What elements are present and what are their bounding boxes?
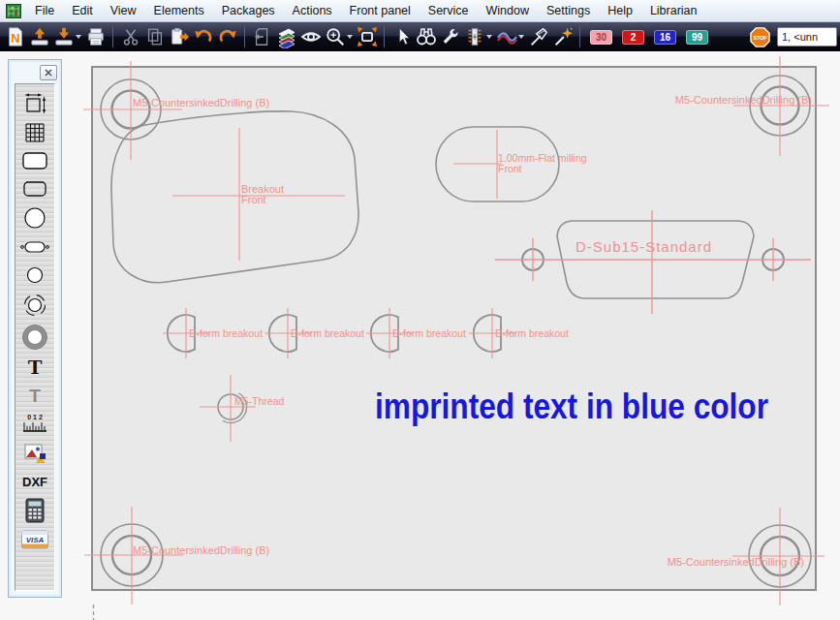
undo-button[interactable] [191, 24, 215, 49]
layers-button[interactable] [274, 24, 298, 49]
cut-button[interactable] [118, 24, 142, 49]
tool-countersink-drill[interactable] [18, 292, 51, 319]
tool-ellipse-cutout[interactable] [18, 205, 51, 231]
copy-button[interactable] [142, 24, 167, 49]
view-button[interactable] [298, 24, 323, 49]
redo-button[interactable] [215, 24, 239, 49]
dxf-label: DXF [22, 475, 47, 489]
wrench-icon [440, 26, 461, 47]
binoculars-icon [415, 25, 438, 48]
tool-cavity-washer[interactable] [18, 324, 51, 351]
paste-button[interactable] [167, 24, 191, 49]
element-imprinted-text[interactable]: imprinted text in blue color [375, 387, 768, 426]
tool-dxf-import[interactable]: DXF [18, 470, 51, 493]
element-label: Front [241, 194, 266, 205]
menu-window[interactable]: Window [478, 2, 538, 19]
menu-help[interactable]: Help [599, 2, 641, 19]
menu-edit[interactable]: Edit [63, 2, 102, 19]
menu-librarian[interactable]: Librarian [641, 2, 706, 19]
stop-sign-icon: STOP [750, 27, 770, 47]
stop-button[interactable]: STOP [750, 27, 770, 47]
panel-elements-button[interactable] [462, 24, 486, 49]
zoom-button[interactable] [323, 24, 347, 49]
menu-service[interactable]: Service [420, 2, 478, 19]
toolbar-separator [384, 26, 385, 47]
tool-rect-filled[interactable] [18, 149, 51, 172]
element-label: D-Sub15-Standard [576, 238, 711, 255]
save-arrow-down-icon [53, 26, 75, 47]
magic-wand-button[interactable] [550, 24, 575, 49]
menu-front-panel[interactable]: Front panel [341, 2, 420, 19]
printer-icon [85, 26, 107, 47]
palette-tools: T T 0 1 2 [15, 83, 55, 591]
print-button[interactable] [83, 24, 108, 49]
counter-badge-blue[interactable]: 16 [654, 30, 676, 45]
main-toolbar: N [0, 22, 840, 51]
palette-close-button[interactable] [40, 65, 57, 80]
tool-grid[interactable] [18, 121, 51, 144]
new-button[interactable]: N [3, 24, 27, 49]
close-icon [45, 69, 52, 77]
open-button[interactable] [27, 24, 51, 49]
save-dropdown-caret[interactable] [76, 35, 81, 39]
ellipse-cutout-icon [22, 205, 47, 231]
tool-text-imprint[interactable]: T [18, 356, 51, 379]
tool-text-engrave[interactable]: T [18, 384, 51, 407]
tool-palette: T T 0 1 2 [8, 59, 62, 598]
save-button[interactable] [51, 24, 76, 49]
tool-image-import[interactable] [18, 442, 51, 465]
cursor-arrow-icon [391, 26, 413, 47]
tool-price-calculator[interactable] [18, 498, 51, 523]
workspace: M5-CountersinkedDrilling (B) M5-Counters… [0, 51, 840, 620]
magnifier-icon [325, 26, 346, 47]
outline-rounded-rect-icon [20, 179, 49, 199]
cavity-washer-icon [21, 324, 48, 351]
curves-dropdown-caret[interactable] [518, 35, 524, 39]
svg-text:STOP: STOP [753, 34, 767, 40]
counter-badge-red[interactable]: 2 [622, 30, 644, 45]
tool-measure-ruler[interactable]: 0 1 2 [18, 412, 51, 437]
zoom-dropdown-caret[interactable] [347, 35, 353, 39]
menu-view[interactable]: View [102, 2, 145, 19]
counter-badge-pink[interactable]: 30 [590, 30, 612, 45]
tool-drill-hole[interactable] [18, 264, 51, 287]
tools-button[interactable] [438, 24, 462, 49]
svg-text:N: N [11, 31, 19, 46]
engrave-pen-button[interactable] [526, 24, 550, 49]
grid-icon [22, 121, 47, 144]
fit-view-button[interactable] [355, 24, 379, 49]
new-document-icon: N [5, 26, 26, 47]
svg-text:VISA: VISA [26, 536, 45, 544]
tool-order-payment[interactable]: VISA [18, 528, 51, 551]
counter-badge-teal[interactable]: 99 [686, 30, 708, 45]
menu-elements[interactable]: Elements [145, 2, 213, 19]
tool-rect-outline[interactable] [18, 177, 51, 201]
element-label: M5-CountersinkedDrilling (B) [675, 94, 812, 106]
fit-view-icon [357, 26, 378, 47]
search-button[interactable] [414, 24, 438, 49]
tool-dsub-cutout[interactable] [18, 235, 51, 259]
curves-icon [495, 25, 518, 48]
menu-packages[interactable]: Packages [213, 2, 284, 19]
element-label: M5-CountersinkedDrilling (B) [133, 544, 269, 556]
layers-icon [275, 25, 298, 48]
page-import-icon [252, 26, 273, 47]
panel-elements-dropdown-caret[interactable] [486, 35, 492, 39]
visa-card-icon: VISA [20, 530, 49, 549]
toolbar-separator [112, 26, 113, 47]
eye-icon [299, 25, 323, 48]
drawing-canvas[interactable]: M5-CountersinkedDrilling (B) M5-Counters… [0, 51, 840, 620]
menu-actions[interactable]: Actions [284, 2, 341, 19]
select-button[interactable] [389, 24, 414, 49]
calculator-icon [24, 498, 46, 523]
tool-panel-dimensions[interactable] [18, 91, 51, 116]
element-label: M5-CountersinkedDrilling (B) [133, 97, 269, 108]
magic-wand-icon [552, 26, 574, 47]
panel-selector-field[interactable]: 1, <unn [777, 27, 837, 46]
import-page-button[interactable] [250, 24, 274, 49]
curves-button[interactable] [494, 24, 518, 49]
menu-settings[interactable]: Settings [538, 2, 599, 19]
paste-clipboard-icon [169, 26, 190, 47]
dsub-cutout-icon [19, 237, 50, 257]
menu-file[interactable]: File [26, 2, 63, 19]
